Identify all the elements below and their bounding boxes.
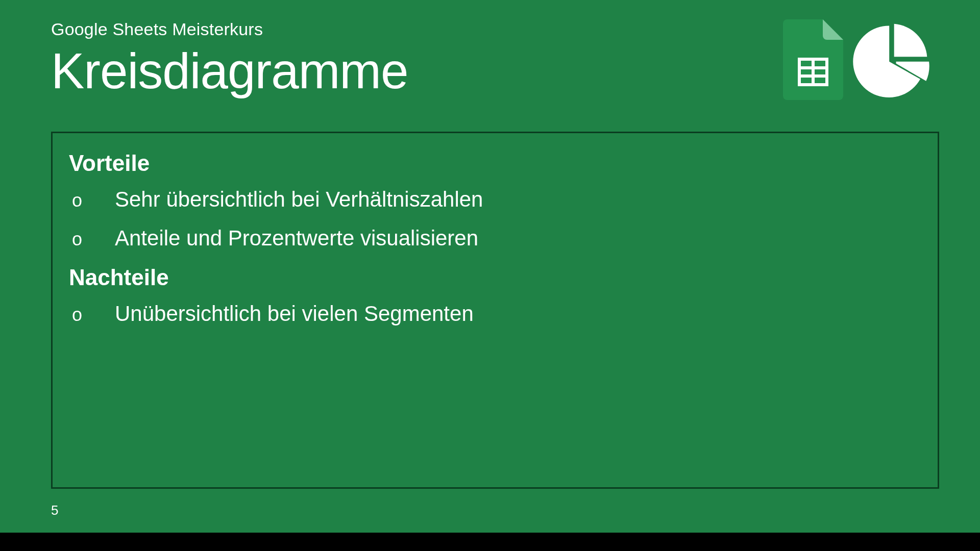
bullet-text: Unübersichtlich bei vielen Segmenten xyxy=(115,302,474,326)
advantages-heading: Vorteile xyxy=(69,151,921,176)
google-sheets-icon xyxy=(783,19,843,100)
list-item: o Anteile und Prozentwerte visualisieren xyxy=(69,226,921,251)
header-icons xyxy=(783,19,930,100)
slide: Google Sheets Meisterkurs Kreisdiagramme xyxy=(0,0,980,533)
content-box: Vorteile o Sehr übersichtlich bei Verhäl… xyxy=(51,132,939,489)
bullet-text: Anteile und Prozentwerte visualisieren xyxy=(115,226,478,251)
disadvantages-heading: Nachteile xyxy=(69,265,921,290)
list-item: o Unübersichtlich bei vielen Segmenten xyxy=(69,302,921,326)
bullet-text: Sehr übersichtlich bei Verhältniszahlen xyxy=(115,187,483,212)
bullet-icon: o xyxy=(72,306,87,324)
letterbox-bar xyxy=(0,533,980,551)
list-item: o Sehr übersichtlich bei Verhältniszahle… xyxy=(69,187,921,212)
pie-chart-icon xyxy=(852,21,930,98)
bullet-icon: o xyxy=(72,191,87,210)
bullet-icon: o xyxy=(72,230,87,248)
page-number: 5 xyxy=(51,503,58,518)
